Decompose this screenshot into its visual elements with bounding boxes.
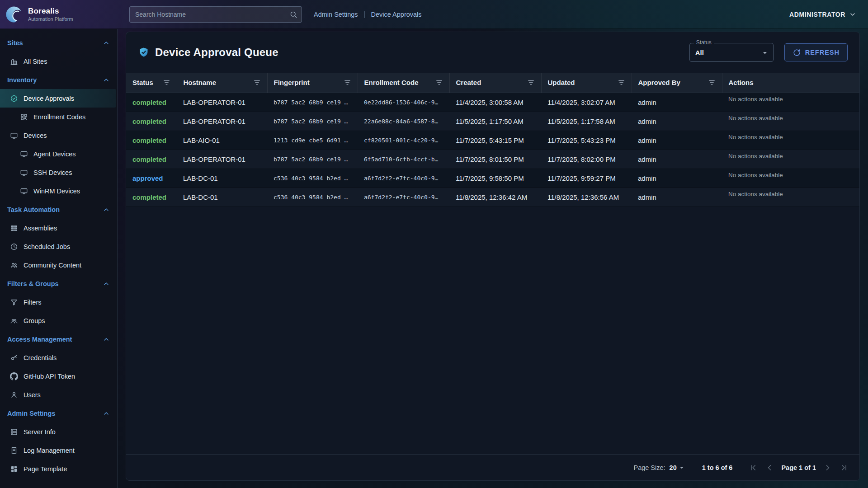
sidebar-section-header-inventory[interactable]: Inventory — [0, 70, 117, 89]
sidebar-section-header-filters-groups[interactable]: Filters & Groups — [0, 274, 117, 293]
first-page-button[interactable] — [749, 463, 758, 472]
brand-subtitle: Automation Platform — [28, 16, 73, 22]
filter-icon[interactable] — [344, 79, 351, 86]
sidebar-item-all-sites[interactable]: All Sites — [0, 52, 117, 70]
updated-cell: 11/8/2025, 12:36:56 AM — [541, 188, 632, 206]
filter-icon[interactable] — [618, 79, 625, 86]
filter-icon[interactable] — [708, 79, 716, 86]
search-icon[interactable] — [289, 10, 297, 19]
sidebar-section-sites: Sites All Sites — [0, 33, 117, 70]
brand[interactable]: Borealis Automation Platform — [0, 5, 118, 24]
breadcrumb-device-approvals[interactable]: Device Approvals — [371, 11, 422, 18]
server-info-icon — [10, 428, 18, 436]
status-cell: completed — [126, 131, 177, 150]
filters-icon — [10, 298, 18, 306]
actions-cell: No actions available — [722, 93, 859, 112]
column-label: Fingerprint — [274, 79, 310, 86]
column-header-created[interactable]: Created — [449, 73, 541, 93]
sidebar-item-server-info[interactable]: Server Info — [0, 422, 117, 441]
sidebar-item-enrollment-codes[interactable]: Enrollment Codes — [0, 108, 117, 126]
page-template-icon — [10, 465, 18, 473]
table-row: approved LAB-DC-01 c536 40c3 9584 b2ed …… — [126, 169, 859, 188]
device-approval-panel: Device Approval Queue Status All REFRESH — [126, 32, 860, 481]
previous-page-button[interactable] — [765, 463, 774, 472]
status-cell: completed — [126, 112, 177, 131]
sidebar-item-agent-devices[interactable]: Agent Devices — [0, 145, 117, 163]
sidebar-section-header-sites[interactable]: Sites — [0, 33, 117, 52]
page-indicator: Page 1 of 1 — [781, 464, 816, 471]
enrollment-code-cell: a6f7d2f2-e7fc-40c0-9… — [358, 169, 449, 188]
column-header-enrollment-code[interactable]: Enrollment Code — [358, 73, 449, 93]
filter-icon[interactable] — [435, 79, 443, 86]
sidebar-item-groups[interactable]: Groups — [0, 311, 117, 330]
sidebar-item-assemblies[interactable]: Assemblies — [0, 219, 117, 237]
sidebar-item-label: All Sites — [24, 58, 47, 65]
next-page-button[interactable] — [823, 463, 832, 472]
sidebar: Sites All Sites Inventory Device Approva… — [0, 29, 118, 488]
sidebar-item-label: Log Management — [24, 447, 75, 454]
status-filter-select[interactable]: Status All — [689, 43, 774, 62]
last-page-button[interactable] — [840, 463, 849, 472]
column-header-approved-by[interactable]: Approved By — [632, 73, 722, 93]
updated-cell: 11/7/2025, 5:43:23 PM — [541, 131, 632, 150]
winrm-devices-icon — [20, 187, 28, 195]
chevron-up-icon — [103, 410, 110, 417]
status-filter-label: Status — [694, 39, 714, 46]
sidebar-item-users[interactable]: Users — [0, 385, 117, 404]
sidebar-item-credentials[interactable]: Credentials — [0, 348, 117, 367]
refresh-button[interactable]: REFRESH — [784, 43, 848, 61]
sidebar-item-page-template[interactable]: Page Template — [0, 460, 117, 478]
page-size-value: 20 — [670, 464, 677, 471]
created-cell: 11/4/2025, 3:00:58 AM — [449, 93, 541, 112]
main-content: Device Approval Queue Status All REFRESH — [118, 29, 868, 488]
fingerprint-cell: 1213 cd9e cbe5 6d91 … — [267, 131, 358, 150]
sidebar-item-winrm-devices[interactable]: WinRM Devices — [0, 182, 117, 200]
sidebar-item-device-approvals[interactable]: Device Approvals — [0, 89, 116, 108]
column-label: Enrollment Code — [364, 79, 419, 86]
table-row: completed LAB-DC-01 c536 40c3 9584 b2ed … — [126, 188, 859, 206]
sidebar-item-ssh-devices[interactable]: SSH Devices — [0, 163, 117, 182]
column-label: Updated — [548, 79, 575, 86]
column-header-updated[interactable]: Updated — [541, 73, 632, 93]
approved-by-cell: admin — [632, 188, 722, 206]
page-size-select[interactable]: 20 — [670, 464, 686, 472]
log-management-icon — [10, 446, 18, 455]
hostname-cell: LAB-OPERATOR-01 — [177, 112, 267, 131]
users-icon — [10, 391, 18, 399]
sidebar-item-github-api-token[interactable]: GitHub API Token — [0, 367, 117, 385]
filter-icon[interactable] — [253, 79, 261, 86]
sidebar-section-header-access-management[interactable]: Access Management — [0, 330, 117, 348]
table-header-row: Status Hostname Fingerprint Enrollment C… — [126, 73, 859, 93]
column-label: Hostname — [184, 79, 217, 86]
chevron-up-icon — [103, 280, 110, 287]
sidebar-section-inventory: Inventory Device Approvals Enrollment Co… — [0, 70, 117, 200]
column-header-fingerprint[interactable]: Fingerprint — [267, 73, 358, 93]
sidebar-item-devices[interactable]: Devices — [0, 126, 117, 145]
table-row: completed LAB-OPERATOR-01 b787 5ac2 68b9… — [126, 112, 859, 131]
column-header-hostname[interactable]: Hostname — [177, 73, 267, 93]
sidebar-section-header-task-automation[interactable]: Task Automation — [0, 200, 117, 219]
breadcrumb: Admin Settings Device Approvals — [314, 11, 422, 18]
sidebar-section-label: Task Automation — [7, 206, 60, 213]
sidebar-item-community-content[interactable]: Community Content — [0, 256, 117, 274]
user-menu[interactable]: ADMINISTRATOR — [789, 11, 856, 18]
sidebar-item-log-management[interactable]: Log Management — [0, 441, 117, 460]
hostname-cell: LAB-AIO-01 — [177, 131, 267, 150]
chevron-up-icon — [103, 39, 110, 47]
breadcrumb-admin-settings[interactable]: Admin Settings — [314, 11, 358, 18]
column-header-status[interactable]: Status — [126, 73, 177, 93]
sidebar-item-scheduled-jobs[interactable]: Scheduled Jobs — [0, 237, 117, 256]
credentials-icon — [10, 354, 18, 362]
sidebar-item-label: Scheduled Jobs — [24, 243, 70, 250]
sidebar-item-filters[interactable]: Filters — [0, 293, 117, 311]
filter-icon[interactable] — [527, 79, 535, 86]
refresh-icon — [793, 48, 801, 57]
search-input[interactable] — [129, 6, 302, 23]
hostname-cell: LAB-OPERATOR-01 — [177, 93, 267, 112]
table-row: completed LAB-OPERATOR-01 b787 5ac2 68b9… — [126, 93, 859, 112]
sidebar-item-label: Assemblies — [24, 225, 57, 232]
filter-icon[interactable] — [163, 79, 170, 86]
enrollment-codes-icon — [20, 113, 28, 121]
approved-by-cell: admin — [632, 169, 722, 188]
sidebar-section-header-admin-settings[interactable]: Admin Settings — [0, 404, 117, 422]
